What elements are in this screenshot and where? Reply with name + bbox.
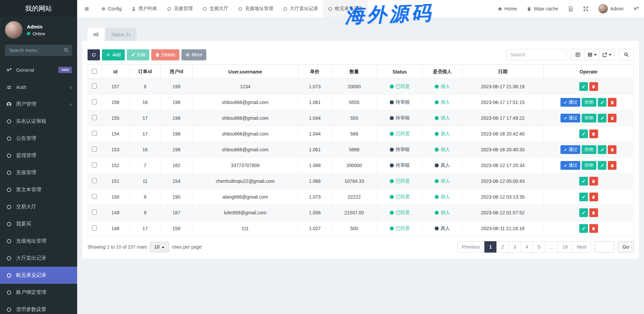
tab-hall-sell-records[interactable]: 大厅卖出记录: [278, 0, 323, 17]
sidebar-item-realname-audit[interactable]: 实名认证审核: [0, 113, 77, 130]
row-checkbox[interactable]: [92, 210, 97, 215]
sidebar-item-notice-manage[interactable]: 公告管理: [0, 130, 77, 147]
filter-tab-all[interactable]: All: [88, 28, 104, 41]
sidebar-item-currency-params[interactable]: 货币参数设置: [0, 301, 77, 314]
cell-price: 1.066: [298, 173, 332, 189]
hamburger-icon[interactable]: [77, 0, 96, 17]
tab-euro-exchange-records[interactable]: 欧元承兑记录: [323, 0, 368, 17]
home-link[interactable]: Home: [493, 0, 522, 17]
reject-button[interactable]: 拒绝: [582, 145, 596, 154]
row-checkbox[interactable]: [92, 99, 97, 104]
tab-config[interactable]: Config: [96, 0, 126, 17]
tab-user-list[interactable]: 用户列表: [126, 0, 162, 17]
row-edit-button[interactable]: [579, 224, 588, 233]
row-checkbox[interactable]: [92, 131, 97, 136]
topbar-user[interactable]: Admin: [593, 0, 629, 17]
table-search-input[interactable]: [507, 49, 567, 60]
row-checkbox[interactable]: [92, 225, 97, 230]
approve-button[interactable]: 通过: [560, 98, 580, 107]
sidebar-search-input[interactable]: [5, 45, 72, 56]
approve-button[interactable]: 通过: [560, 114, 580, 122]
wipe-cache-link[interactable]: Wipe cache: [522, 0, 563, 17]
fullscreen-button[interactable]: [578, 0, 593, 17]
page-jump-input[interactable]: [595, 241, 614, 253]
page-button-4[interactable]: 4: [521, 241, 533, 253]
page-button-1[interactable]: 1: [484, 241, 497, 253]
row-delete-button[interactable]: [589, 129, 598, 138]
sidebar-item-user-manage[interactable]: 用户管理‹: [0, 96, 77, 113]
sidebar-item-trade-hall[interactable]: 交易大厅: [0, 198, 77, 215]
sidebar-item-withdraw-manage[interactable]: 提现管理: [0, 147, 77, 164]
delete-button[interactable]: Delete: [151, 49, 179, 60]
settings-link[interactable]: [629, 0, 644, 17]
export-button[interactable]: [599, 49, 614, 60]
select-all-checkbox[interactable]: [92, 69, 97, 74]
page-size-dropdown[interactable]: 10: [150, 242, 169, 252]
status-dot-icon: [435, 148, 439, 152]
page-button-5[interactable]: 5: [533, 241, 545, 253]
row-delete-button[interactable]: [589, 177, 598, 186]
row-delete-button[interactable]: [589, 193, 598, 201]
edit-button[interactable]: Edit: [127, 49, 149, 60]
previous-page-button[interactable]: Previous: [457, 241, 485, 253]
row-edit-button[interactable]: [579, 177, 588, 186]
row-delete-button[interactable]: [589, 82, 598, 91]
row-checkbox[interactable]: [92, 84, 97, 89]
sidebar-item-recharge-manage[interactable]: 充值管理: [0, 164, 77, 181]
page: 我的网站 Admin Online GeneralnewAuth‹用户管理‹实名…: [0, 0, 644, 314]
refresh-button[interactable]: [88, 49, 100, 60]
row-edit-button[interactable]: [598, 161, 606, 170]
sidebar-item-i-want-buy[interactable]: 我要买: [0, 215, 77, 232]
row-checkbox[interactable]: [92, 115, 97, 120]
row-edit-button[interactable]: [579, 208, 588, 217]
page-button-2[interactable]: 2: [496, 241, 509, 253]
columns-button[interactable]: [585, 49, 600, 60]
reject-button[interactable]: 拒绝: [582, 161, 596, 170]
row-delete-button[interactable]: [589, 208, 598, 217]
sidebar-item-general[interactable]: Generalnew: [0, 61, 77, 78]
row-edit-button[interactable]: [579, 193, 588, 201]
sidebar-item-richtext-manage[interactable]: 富文本管理: [0, 181, 77, 198]
approve-button[interactable]: 通过: [560, 145, 580, 154]
row-checkbox[interactable]: [92, 162, 97, 167]
row-delete-button[interactable]: [608, 145, 616, 154]
sidebar-item-auth[interactable]: Auth‹: [0, 78, 77, 96]
reject-button[interactable]: 拒绝: [582, 114, 596, 122]
page-button-3[interactable]: 3: [508, 241, 521, 253]
app-title[interactable]: 我的网站: [0, 0, 77, 17]
more-button[interactable]: More: [181, 49, 207, 60]
filter-tab-status-11[interactable]: Status 11: [106, 28, 137, 41]
toggle-view-button[interactable]: [571, 49, 585, 60]
cell-fake: 假人: [423, 126, 462, 142]
row-checkbox[interactable]: [92, 147, 97, 152]
tab-trade-hall[interactable]: 交易大厅: [198, 0, 233, 17]
reject-button[interactable]: 拒绝: [582, 98, 596, 107]
row-edit-button[interactable]: [579, 129, 588, 138]
sidebar-item-euro-exchange-records[interactable]: 欧元承兑记录: [0, 267, 77, 284]
cell-user-id: 198: [161, 110, 193, 126]
row-delete-button[interactable]: [608, 161, 616, 170]
row-checkbox[interactable]: [92, 194, 97, 199]
row-edit-button[interactable]: [598, 98, 606, 107]
sidebar-item-account-binding-manage[interactable]: 账户绑定管理: [0, 284, 77, 301]
row-edit-button[interactable]: [598, 145, 606, 154]
row-delete-button[interactable]: [608, 98, 616, 107]
sidebar-item-hall-sell-records[interactable]: 大厅卖出记录: [0, 250, 77, 267]
log-link[interactable]: [563, 0, 578, 17]
cell-status: 已同意: [377, 173, 423, 189]
add-button[interactable]: Add: [102, 49, 125, 60]
tab-recharge-address-manage[interactable]: 充值地址管理: [233, 0, 278, 17]
row-edit-button[interactable]: [579, 82, 588, 91]
next-page-button[interactable]: Next: [572, 241, 591, 253]
search-toggle-button[interactable]: [619, 49, 634, 60]
tab-recharge-manage[interactable]: 充值管理: [162, 0, 198, 17]
row-delete-button[interactable]: [608, 114, 616, 122]
row-edit-button[interactable]: [598, 114, 606, 122]
row-checkbox[interactable]: [92, 178, 97, 183]
page-button-16[interactable]: 16: [558, 241, 573, 253]
go-button[interactable]: Go: [618, 241, 634, 253]
row-delete-button[interactable]: [589, 224, 598, 233]
approve-button[interactable]: 通过: [560, 161, 580, 170]
sidebar-item-recharge-address-manage[interactable]: 充值地址管理: [0, 232, 77, 250]
cell-operate: 通过拒绝: [544, 158, 634, 173]
